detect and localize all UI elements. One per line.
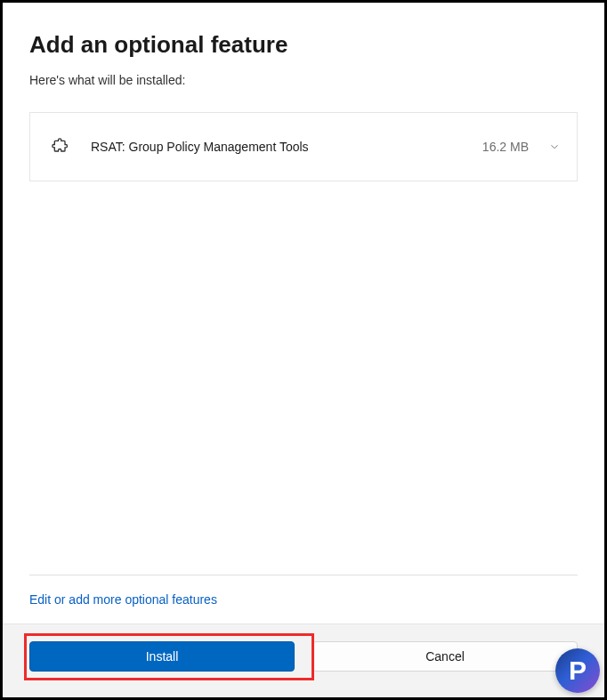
logo-letter: P (555, 648, 600, 693)
watermark-logo: P (554, 647, 602, 695)
feature-size: 16.2 MB (482, 140, 529, 154)
dialog-footer: Install Cancel P (3, 624, 604, 697)
edit-features-link[interactable]: Edit or add more optional features (29, 592, 217, 607)
puzzle-piece-icon (52, 138, 69, 156)
chevron-down-icon (548, 141, 561, 153)
feature-list: RSAT: Group Policy Management Tools 16.2… (29, 112, 578, 181)
feature-name: RSAT: Group Policy Management Tools (91, 140, 482, 154)
cancel-button[interactable]: Cancel (312, 641, 578, 672)
page-subtitle: Here's what will be installed: (29, 73, 578, 87)
page-title: Add an optional feature (29, 31, 578, 59)
feature-row[interactable]: RSAT: Group Policy Management Tools 16.2… (29, 113, 578, 181)
install-button[interactable]: Install (29, 641, 295, 672)
